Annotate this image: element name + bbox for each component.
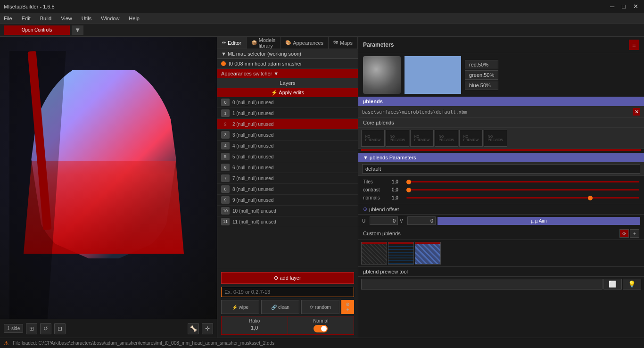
layer-num-11: 11 — [221, 218, 230, 225]
tiles-track[interactable] — [406, 181, 639, 182]
material-item[interactable]: t0 008 mm head adam smasher — [217, 59, 358, 69]
tiles-thumb[interactable] — [406, 180, 411, 184]
layer-item-11[interactable]: 11 11 (null_null) unused — [217, 216, 358, 227]
layer-item-1[interactable]: 1 1 (null_null) unused — [217, 108, 358, 119]
custom-thumb-2[interactable] — [388, 242, 414, 265]
menu-help[interactable]: Help — [127, 15, 141, 22]
layer-item-9[interactable]: 9 9 (null_null) unused — [217, 195, 358, 206]
layer-range-input[interactable] — [221, 287, 354, 297]
layer-item-3[interactable]: 3 3 (null_null) unused — [217, 130, 358, 141]
layer-item-6[interactable]: 6 6 (null_null) unused — [217, 162, 358, 173]
menu-window[interactable]: Window — [99, 15, 121, 22]
core-preview-1[interactable]: NOPREVIEW — [361, 130, 385, 147]
menu-edit[interactable]: Edit — [20, 15, 33, 22]
ml-selector[interactable]: ▼ ML mat. selector (working soon) — [217, 49, 358, 59]
add-layer-button[interactable]: ⊕ add layer — [221, 272, 354, 284]
tab-editor[interactable]: ✏ Editor — [217, 37, 247, 49]
tab-appearances[interactable]: 🎨 Appearances — [281, 37, 329, 49]
tab-maps[interactable]: 🗺 Maps — [329, 37, 358, 49]
custom-bar-3 — [415, 242, 440, 244]
layer-num-10: 10 — [221, 207, 230, 215]
viewport-grid-button[interactable]: ⊞ — [26, 323, 37, 334]
color-blue-value[interactable]: blue.50% — [465, 81, 498, 90]
close-button[interactable]: ✕ — [631, 3, 640, 10]
layer-item-7[interactable]: 7 7 (null_null) unused — [217, 173, 358, 184]
contrast-value: 0,0 — [392, 187, 404, 192]
toolbar: Open Controls ▼ — [0, 24, 644, 37]
menu-build[interactable]: Build — [38, 15, 53, 22]
layers-label: Layers — [280, 80, 295, 86]
preview-tool-input[interactable] — [361, 279, 603, 290]
clean-button[interactable]: 🔗 clean — [261, 300, 299, 314]
custom-thumb-3[interactable] — [415, 242, 441, 265]
color-swatch-gray[interactable] — [363, 56, 401, 94]
menu-utils[interactable]: Utils — [80, 15, 93, 22]
normals-track[interactable] — [406, 197, 639, 199]
preview-tool-bulb-button[interactable]: 💡 — [623, 279, 641, 290]
normal-toggle[interactable] — [314, 325, 328, 332]
normals-label: normals — [363, 195, 389, 200]
offset-header: ⊕ µblend offset — [358, 204, 644, 215]
custom-btn-add[interactable]: + — [630, 229, 639, 238]
custom-btn-refresh[interactable]: ⟳ — [619, 229, 629, 238]
ublends-dropdown-row: default — [358, 162, 644, 176]
params-header: Parameters ≡ — [358, 37, 644, 53]
ublends-preset-select[interactable]: default — [362, 164, 640, 174]
color-green-value[interactable]: green.50% — [465, 70, 498, 80]
custom-thumb-1[interactable] — [361, 242, 387, 265]
core-preview-2[interactable]: NOPREVIEW — [386, 130, 409, 147]
ml-selector-label: ▼ ML mat. selector (working soon) — [221, 51, 301, 57]
maximize-button[interactable]: □ — [620, 3, 627, 10]
toolbar-expand-button[interactable]: ▼ — [72, 25, 83, 35]
open-controls-button[interactable]: Open Controls — [4, 25, 70, 35]
middle-panel: ✏ Editor 📦 Models library 🎨 Appearances … — [217, 37, 358, 338]
v-input[interactable] — [407, 216, 436, 225]
contrast-thumb[interactable] — [406, 188, 411, 192]
ublends-header: µblends — [358, 97, 644, 106]
params-title: Parameters — [363, 41, 394, 48]
color-red-value[interactable]: red.50% — [465, 60, 498, 69]
core-preview-3[interactable]: NOPREVIEW — [410, 130, 434, 147]
layer-item-5[interactable]: 5 5 (null_null) unused — [217, 151, 358, 162]
custom-bar-2 — [388, 242, 413, 244]
mu-aim-button[interactable]: µ µ Aim — [438, 217, 640, 225]
menu-file[interactable]: File — [2, 15, 14, 22]
layer-item-8[interactable]: 8 8 (null_null) unused — [217, 184, 358, 195]
wipe-button[interactable]: ⚡ wipe — [221, 300, 259, 314]
contrast-track[interactable] — [406, 189, 639, 191]
layers-list: 0 0 (null_null) unused 1 1 (null_null) u… — [217, 97, 358, 269]
menu-view[interactable]: View — [59, 15, 74, 22]
core-preview-6[interactable]: NOPREVIEW — [484, 130, 507, 147]
color-swatch-blue[interactable] — [405, 56, 461, 94]
viewport-canvas[interactable] — [0, 37, 217, 319]
normals-value: 1,0 — [392, 195, 404, 200]
viewport-sync-button[interactable]: ⊡ — [54, 323, 66, 334]
core-ublends-title: Core µblends — [363, 120, 394, 125]
viewport-side-button[interactable]: 1-side — [4, 324, 23, 333]
core-preview-4[interactable]: NOPREVIEW — [435, 130, 458, 147]
normals-thumb[interactable] — [588, 196, 593, 200]
extra-button[interactable]: ⚙ + — [341, 300, 354, 314]
ublends-close-button[interactable]: ✕ — [633, 108, 640, 116]
ublends-title: µblends — [363, 99, 383, 104]
layer-item-2[interactable]: 2 2 (null_null) unused — [217, 119, 358, 130]
u-input[interactable] — [370, 216, 398, 225]
random-button[interactable]: ⟳ random — [301, 300, 339, 314]
preview-tool-screen-button[interactable]: ⬜ — [603, 279, 622, 290]
contrast-slider-row: contrast 0,0 — [363, 186, 639, 194]
tab-appearances-label: Appearances — [293, 40, 323, 46]
apply-edits-bar[interactable]: ⚡ Apply edits — [217, 88, 358, 97]
tab-models[interactable]: 📦 Models library — [247, 37, 281, 49]
minimize-button[interactable]: ─ — [608, 3, 616, 10]
layer-item-4[interactable]: 4 4 (null_null) unused — [217, 141, 358, 151]
layer-item-0[interactable]: 0 0 (null_null) unused — [217, 97, 358, 108]
layer-num-8: 8 — [221, 185, 230, 193]
layer-num-0: 0 — [221, 99, 230, 106]
viewport-bone-button[interactable]: 🦴 — [188, 323, 199, 334]
layer-num-5: 5 — [221, 153, 230, 160]
layer-item-10[interactable]: 10 10 (null_null) unused — [217, 206, 358, 216]
viewport-move-button[interactable]: ✛ — [202, 323, 213, 334]
viewport-reset-button[interactable]: ↺ — [40, 323, 51, 334]
core-preview-5[interactable]: NOPREVIEW — [459, 130, 483, 147]
params-filter-button[interactable]: ≡ — [629, 40, 639, 50]
